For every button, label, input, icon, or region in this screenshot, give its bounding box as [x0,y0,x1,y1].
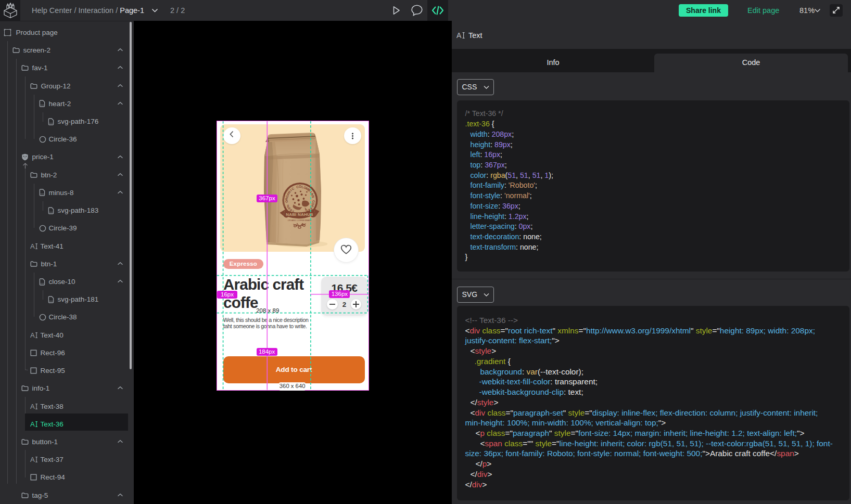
svg-text:A: A [30,456,35,463]
svg-text:A: A [456,32,462,39]
svg-text:A: A [30,421,35,428]
svg-text:A: A [30,403,35,410]
svg-text:A: A [30,332,35,339]
svg-text:A: A [30,243,35,250]
